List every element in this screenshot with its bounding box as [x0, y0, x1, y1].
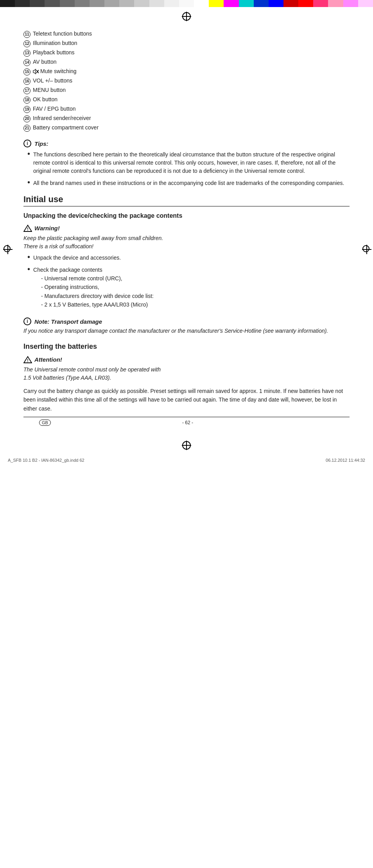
item-label: Battery compartment cover — [33, 124, 99, 132]
bottom-bar: GB - 62 - — [23, 417, 350, 428]
list-item: 19 FAV / EPG button — [23, 105, 350, 113]
footer-bar: A_SFB 10.1 B2 - IAN-86342_gb.indd 62 06.… — [0, 455, 373, 464]
item-number: 11 — [23, 31, 30, 38]
initial-use-section: Initial use Unpacking the device/checkin… — [23, 194, 350, 335]
note-title: Note: Transport damage — [34, 318, 102, 325]
tip-text: All the brand names used in these instru… — [33, 179, 344, 187]
tip-text: The functions described here pertain to … — [33, 151, 350, 175]
tips-body: • The functions described here pertain t… — [23, 151, 350, 187]
batteries-title: Inserting the batteries — [23, 342, 350, 351]
note-box: i Note: Transport damage If you notice a… — [23, 317, 350, 335]
attention-header: ! Attention! — [23, 355, 350, 364]
warning-bullet-item: • Check the package contents - Universal… — [27, 266, 350, 313]
gb-badge: GB — [39, 420, 51, 426]
warning-title: Warning! — [34, 225, 60, 231]
tips-header: i Tips: — [23, 140, 350, 147]
svg-marker-0 — [33, 69, 36, 74]
margin-right — [357, 26, 373, 436]
tips-box: i Tips: • The functions described here p… — [23, 140, 350, 187]
list-item: 20 Infrared sender/receiver — [23, 114, 350, 122]
warning-header: ! Warning! — [23, 224, 350, 233]
info-icon: i — [23, 317, 31, 325]
item-number: 18 — [23, 97, 30, 104]
tip-item: • All the brand names used in these inst… — [27, 179, 350, 187]
warning-bullet-text: Unpack the device and accessories. — [33, 254, 121, 262]
bullet-dot: • — [27, 150, 30, 158]
subsection-title: Unpacking the device/checking the packag… — [23, 212, 350, 220]
item-number: 20 — [23, 115, 30, 122]
list-item: 13 Playback buttons — [23, 48, 350, 57]
dash-item: - 2 x 1,5 V Batteries, type AAA/LR03 (Mi… — [41, 300, 154, 309]
dash-item: - Operating instructions, — [41, 283, 154, 291]
section-divider — [23, 206, 350, 206]
bullet-dot: • — [27, 265, 30, 273]
tips-title: Tips: — [34, 140, 48, 147]
note-header: i Note: Transport damage — [23, 317, 350, 325]
list-item: 17 MENU button — [23, 86, 350, 94]
warning-bullet-item: • Unpack the device and accessories. — [27, 254, 350, 262]
list-item: 15 Mute switching — [23, 67, 350, 75]
bullet-dot: • — [27, 253, 30, 261]
bullet-dot: • — [27, 178, 30, 186]
item-number: 14 — [23, 59, 30, 66]
item-number: 21 — [23, 125, 30, 132]
dash-item: - Manufacturers directory with device co… — [41, 292, 154, 300]
note-italic-text: If you notice any transport damage conta… — [23, 327, 350, 335]
item-number: 19 — [23, 106, 30, 113]
battery-body-text: Carry out the battery change as quickly … — [23, 387, 350, 413]
warning-box: ! Warning! Keep the plastic packaging we… — [23, 224, 350, 313]
batteries-section: Inserting the batteries ! Attention! The… — [23, 342, 350, 413]
item-number: 16 — [23, 78, 30, 85]
item-number: 17 — [23, 87, 30, 94]
info-icon: i — [23, 140, 31, 147]
list-item: 21 Battery compartment cover — [23, 124, 350, 132]
item-label: FAV / EPG button — [33, 105, 75, 113]
crosshair-top — [0, 7, 373, 26]
dash-list: - Universal remote control (URC), - Oper… — [41, 274, 154, 309]
attention-box: ! Attention! The Universal remote contro… — [23, 355, 350, 382]
attention-triangle-icon: ! — [23, 355, 32, 364]
item-label: Illumination button — [33, 39, 77, 47]
item-label: Teletext function buttons — [33, 30, 92, 38]
item-label: Playback buttons — [33, 48, 75, 57]
margin-left — [0, 26, 16, 436]
mute-icon — [33, 69, 39, 74]
list-item: 14 AV button — [23, 58, 350, 66]
warning-triangle-icon: ! — [23, 224, 32, 233]
dash-item: - Universal remote control (URC), — [41, 274, 154, 283]
footer-left: A_SFB 10.1 B2 - IAN-86342_gb.indd 62 — [8, 458, 84, 463]
section-title: Initial use — [23, 194, 350, 204]
list-item: 16 VOL +/– buttons — [23, 77, 350, 85]
item-label: Mute switching — [33, 67, 77, 75]
page-number: - 62 - — [182, 420, 193, 425]
warning-bullet-text: Check the package contents - Universal r… — [33, 266, 154, 313]
item-label: Infrared sender/receiver — [33, 114, 91, 122]
tip-item: • The functions described here pertain t… — [27, 151, 350, 175]
attention-title: Attention! — [34, 356, 62, 363]
warning-bullets: • Unpack the device and accessories. • C… — [23, 254, 350, 313]
color-bar — [0, 0, 373, 7]
list-item: 11 Teletext function buttons — [23, 30, 350, 38]
item-label: VOL +/– buttons — [33, 77, 72, 85]
warning-italic-text: Keep the plastic packaging well away fro… — [23, 234, 350, 251]
list-item: 18 OK button — [23, 95, 350, 104]
svg-text:!: ! — [27, 227, 28, 231]
triangle-svg: ! — [23, 224, 32, 232]
item-number: 15 — [23, 68, 30, 75]
item-number: 12 — [23, 40, 30, 47]
item-label: OK button — [33, 95, 57, 104]
triangle-svg: ! — [23, 356, 32, 364]
crosshair-bottom — [0, 436, 373, 455]
footer-right: 06.12.2012 11:44:32 — [326, 458, 365, 463]
item-label: MENU button — [33, 86, 66, 94]
list-item: 12 Illumination button — [23, 39, 350, 47]
item-number: 13 — [23, 50, 30, 57]
attention-italic-text: The Universal remote control must only b… — [23, 366, 350, 382]
numbered-list: 11 Teletext function buttons 12 Illumina… — [23, 30, 350, 132]
item-label: AV button — [33, 58, 56, 66]
svg-text:!: ! — [27, 359, 28, 363]
